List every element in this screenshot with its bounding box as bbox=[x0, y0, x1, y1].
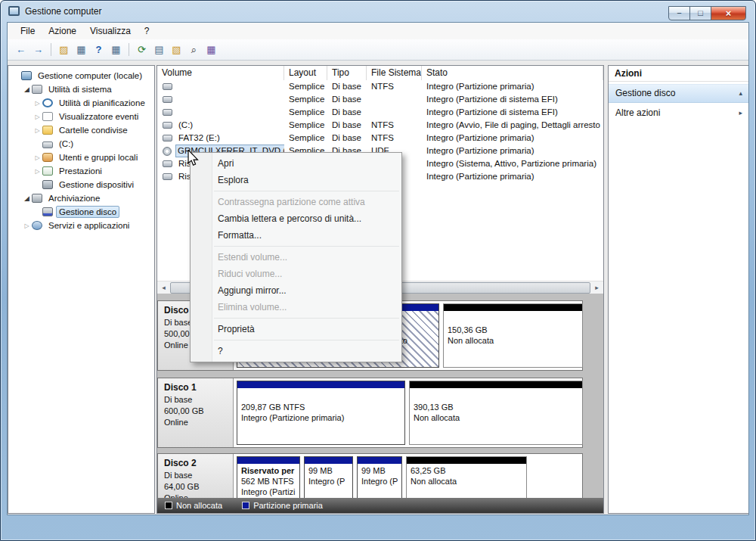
unallocated-space[interactable]: 390,13 GBNon allocata bbox=[409, 381, 583, 445]
volume-row[interactable]: SempliceDi baseNTFSIntegro (Partizione p… bbox=[157, 80, 603, 93]
partition[interactable]: 99 MBIntegro (P bbox=[304, 456, 353, 499]
volume-row[interactable]: SempliceDi baseIntegro (Partizione di si… bbox=[157, 106, 603, 119]
partition-status: Integro (Partizione primaria) bbox=[241, 412, 401, 423]
grid-view-button[interactable]: ▦ bbox=[203, 42, 219, 58]
menu-azione[interactable]: Azione bbox=[42, 23, 83, 39]
partition-status: Integro (Partizi bbox=[241, 487, 296, 497]
scroll-right-icon: ▸ bbox=[595, 284, 599, 291]
show-action-pane-icon: ▦ bbox=[111, 44, 120, 55]
partition[interactable]: Riservato per562 MB NTFSIntegro (Partizi bbox=[237, 456, 300, 499]
scroll-right-button[interactable]: ▸ bbox=[590, 281, 603, 294]
disk-header[interactable]: Disco 2Di base64,00 GBOnline bbox=[158, 454, 234, 501]
context-menu-item-elimina-volume[interactable]: Elimina volume... bbox=[191, 299, 401, 316]
folder-icon bbox=[42, 126, 53, 135]
context-menu-item-aggiungi-mirror[interactable]: Aggiungi mirror... bbox=[191, 282, 401, 299]
context-menu-item-esplora[interactable]: Esplora bbox=[191, 172, 401, 188]
volume-cell-layout: Semplice bbox=[284, 80, 327, 93]
partition-title: Riservato per bbox=[241, 465, 296, 476]
column-header-stato[interactable]: Stato bbox=[422, 66, 603, 80]
volume-cell bbox=[157, 93, 284, 106]
tree-item-cartelle-condivise[interactable]: ▷Cartelle condivise bbox=[8, 123, 154, 137]
tree-item-visualizzatore-eventi[interactable]: ▷Visualizzatore eventi bbox=[8, 110, 154, 123]
unallocated-space[interactable]: 150,36 GBNon allocata bbox=[443, 303, 583, 368]
context-menu-item-propriet[interactable]: Proprietà bbox=[191, 321, 401, 337]
partition[interactable]: 209,87 GB NTFSIntegro (Partizione primar… bbox=[237, 381, 405, 445]
partition-text: 390,13 GBNon allocata bbox=[410, 388, 582, 424]
close-button[interactable]: × bbox=[711, 6, 746, 20]
partition[interactable]: 99 MBIntegro (P bbox=[357, 456, 402, 499]
expander-icon[interactable]: ▷ bbox=[33, 168, 42, 175]
up-level-button[interactable]: ▨ bbox=[56, 42, 72, 58]
tree-item-gestione-disco[interactable]: Gestione disco bbox=[8, 205, 154, 219]
tree-item-utilit-di-sistema[interactable]: ◢Utilità di sistema bbox=[8, 82, 154, 96]
column-header-file-sistema[interactable]: File Sistema bbox=[367, 66, 422, 80]
menubar: FileAzioneVisualizza? bbox=[8, 23, 748, 40]
menu-separator bbox=[214, 318, 399, 319]
open-folder-button[interactable]: ▧ bbox=[169, 42, 184, 58]
show-console-tree-button[interactable]: ▦ bbox=[73, 42, 89, 58]
disk-header[interactable]: Disco 1Di base600,00 GBOnline bbox=[158, 378, 234, 447]
tree-item-archiviazione[interactable]: ◢Archiviazione bbox=[8, 191, 154, 205]
context-menu-item-estendi-volume[interactable]: Estendi volume... bbox=[191, 249, 401, 266]
tree-item-gestione-dispositivi[interactable]: Gestione dispositivi bbox=[8, 178, 154, 191]
forward-button[interactable]: → bbox=[30, 42, 46, 58]
column-header-tipo[interactable]: Tipo bbox=[327, 66, 367, 80]
chevron-up-icon[interactable]: ▴ bbox=[739, 85, 742, 102]
disk-volume-icon bbox=[163, 160, 172, 167]
refresh-button[interactable]: ⟳ bbox=[134, 42, 150, 58]
tools-icon bbox=[32, 85, 42, 94]
chevron-right-icon[interactable]: ▸ bbox=[739, 104, 742, 121]
expander-icon[interactable]: ◢ bbox=[22, 194, 32, 202]
search-button[interactable]: ⌕ bbox=[186, 42, 202, 58]
volume-row[interactable]: (C:)SempliceDi baseNTFSIntegro (Avvio, F… bbox=[157, 119, 603, 132]
partition-text: 99 MBIntegro (P bbox=[305, 464, 352, 488]
tree-item-c[interactable]: (C:) bbox=[8, 137, 154, 151]
help-icon: ? bbox=[96, 44, 102, 55]
column-header-volume[interactable]: Volume bbox=[157, 66, 284, 80]
expander-icon[interactable]: ▷ bbox=[33, 154, 42, 161]
diskmgmt-icon bbox=[42, 207, 53, 216]
back-button[interactable]: ← bbox=[13, 42, 29, 58]
show-action-pane-button[interactable]: ▦ bbox=[108, 42, 124, 58]
context-menu-item-cambia-lettera-e-percorso-di-unit[interactable]: Cambia lettera e percorso di unità... bbox=[191, 210, 401, 227]
maximize-button[interactable]: □ bbox=[689, 6, 711, 20]
volume-row[interactable]: FAT32 (E:)SempliceDi baseNTFSIntegro (Pa… bbox=[157, 132, 603, 145]
expander-icon[interactable]: ▷ bbox=[33, 113, 42, 120]
unallocated-space[interactable]: 63,25 GBNon allocata bbox=[406, 456, 527, 499]
disk-volume-icon bbox=[163, 135, 172, 141]
expander-icon[interactable]: ▷ bbox=[33, 127, 42, 134]
action-section-gestione-disco[interactable]: Gestione disco▴ bbox=[609, 84, 749, 103]
context-menu-item-contrassegna-partizione-come-attiva[interactable]: Contrassegna partizione come attiva bbox=[191, 194, 401, 210]
expander-icon[interactable]: ◢ bbox=[22, 86, 32, 93]
titlebar[interactable]: Gestione computer − □ × bbox=[1, 1, 755, 22]
context-menu-item-riduci-volume[interactable]: Riduci volume... bbox=[191, 266, 401, 282]
minimize-button[interactable]: − bbox=[668, 6, 690, 20]
menu-help[interactable]: ? bbox=[138, 23, 156, 39]
tree-item-gestione-computer-locale[interactable]: Gestione computer (locale) bbox=[8, 69, 154, 82]
context-menu-item-apri[interactable]: Apri bbox=[191, 155, 401, 172]
tree-item-servizi-e-applicazioni[interactable]: ▷Servizi e applicazioni bbox=[8, 219, 154, 232]
help-button[interactable]: ? bbox=[91, 42, 107, 58]
legend: Non allocataPartizione primaria bbox=[157, 498, 603, 513]
tree-item-prestazioni[interactable]: ▷Prestazioni bbox=[8, 164, 154, 178]
scroll-left-button[interactable]: ◂ bbox=[157, 281, 170, 294]
export-list-button[interactable]: ▤ bbox=[151, 42, 167, 58]
expander-icon[interactable]: ▷ bbox=[22, 222, 32, 229]
context-menu-item-formatta[interactable]: Formatta... bbox=[191, 227, 401, 244]
menu-file[interactable]: File bbox=[14, 23, 42, 39]
disk-type: Di base bbox=[164, 470, 233, 481]
tree-item-utenti-e-gruppi-locali[interactable]: ▷Utenti e gruppi locali bbox=[8, 151, 154, 164]
menu-visualizza[interactable]: Visualizza bbox=[83, 23, 138, 39]
disk-name: Disco 1 bbox=[164, 382, 233, 393]
expander-icon[interactable]: ▷ bbox=[33, 100, 42, 107]
services-icon bbox=[32, 221, 42, 230]
volume-row[interactable]: SempliceDi baseIntegro (Partizione di si… bbox=[157, 93, 603, 106]
partition-text: Riservato per562 MB NTFSIntegro (Partizi bbox=[237, 464, 299, 499]
column-header-layout[interactable]: Layout bbox=[284, 66, 327, 80]
volume-cell-layout: Semplice bbox=[284, 106, 327, 119]
tree-item-label: Prestazioni bbox=[56, 165, 105, 177]
tree-item-utilit-di-pianificazione[interactable]: ▷Utilità di pianificazione bbox=[8, 96, 154, 110]
volume-cell-layout: Semplice bbox=[284, 119, 327, 132]
context-menu-item-help[interactable]: ? bbox=[191, 343, 401, 359]
action-section-altre-azioni[interactable]: Altre azioni▸ bbox=[609, 104, 749, 121]
